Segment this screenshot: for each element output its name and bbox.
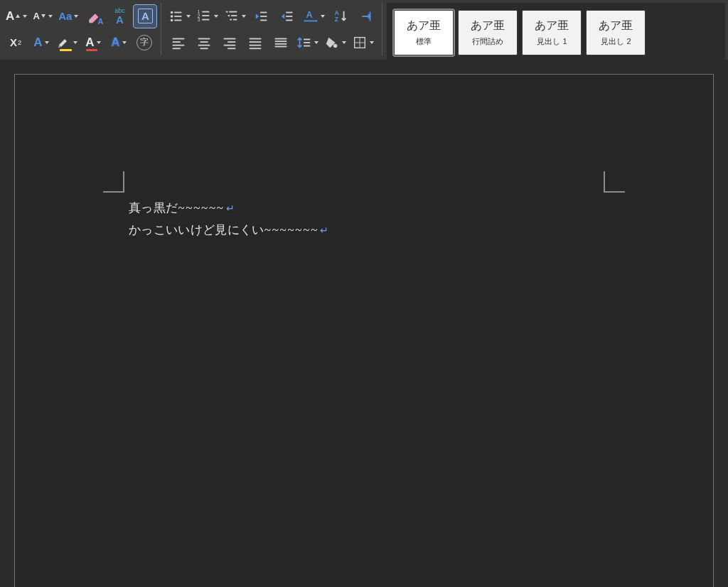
indent-decrease-icon xyxy=(254,9,269,24)
sort-icon: AZ xyxy=(333,9,348,24)
crop-mark-top-right xyxy=(604,171,625,193)
svg-rect-28 xyxy=(173,38,185,39)
svg-rect-11 xyxy=(203,18,210,20)
increase-indent-button[interactable] xyxy=(276,5,299,28)
svg-rect-3 xyxy=(175,16,182,17)
svg-rect-25 xyxy=(305,20,317,21)
svg-rect-23 xyxy=(287,19,293,21)
multilevel-icon xyxy=(224,9,240,24)
svg-text:3: 3 xyxy=(198,17,200,22)
superscript-button[interactable]: X 2 xyxy=(4,31,27,54)
distribute-button[interactable] xyxy=(269,31,292,54)
svg-rect-32 xyxy=(198,38,210,39)
bullets-icon xyxy=(168,9,184,24)
document-text[interactable]: 真っ黒だ~~~~~~↵ かっこいいけど見にくい~~~~~~~↵ xyxy=(129,197,606,242)
font-color2-button[interactable]: A xyxy=(82,31,105,54)
svg-rect-47 xyxy=(275,45,287,47)
svg-rect-21 xyxy=(287,11,293,13)
sort-button[interactable]: AZ xyxy=(329,5,352,28)
svg-rect-50 xyxy=(304,45,311,46)
justify-button[interactable] xyxy=(244,31,267,54)
line-spacing-button[interactable] xyxy=(295,31,320,54)
svg-rect-15 xyxy=(232,15,237,16)
enclose-characters-button[interactable]: 字 xyxy=(133,31,156,54)
svg-text:Z: Z xyxy=(335,16,338,23)
font-color-button[interactable]: A xyxy=(30,31,53,54)
numbering-button[interactable]: 123 xyxy=(195,5,220,28)
svg-rect-14 xyxy=(228,15,230,16)
svg-rect-33 xyxy=(200,41,208,43)
align-left-button[interactable] xyxy=(167,31,190,54)
svg-rect-48 xyxy=(304,38,311,40)
indent-increase-icon xyxy=(279,9,295,24)
decrease-indent-button[interactable] xyxy=(250,5,273,28)
svg-rect-13 xyxy=(230,11,237,12)
style-card-nospacing[interactable]: あア亜 行間詰め xyxy=(458,10,518,55)
line-spacing-icon xyxy=(296,35,312,50)
character-border-button[interactable]: A xyxy=(134,5,156,28)
svg-rect-1 xyxy=(175,11,182,13)
svg-point-51 xyxy=(333,43,338,48)
text-highlight-button[interactable] xyxy=(55,31,79,54)
char-spacing-icon: A xyxy=(303,9,318,24)
svg-rect-39 xyxy=(228,48,236,49)
svg-rect-44 xyxy=(275,38,287,39)
svg-rect-30 xyxy=(173,44,185,45)
grow-font-button[interactable]: A xyxy=(4,5,28,28)
svg-rect-45 xyxy=(275,41,287,42)
character-spacing-button[interactable]: A xyxy=(301,5,326,28)
style-card-heading1[interactable]: あア亜 見出し 1 xyxy=(522,10,582,55)
svg-rect-40 xyxy=(250,38,262,39)
svg-rect-38 xyxy=(224,44,236,45)
svg-rect-20 xyxy=(261,19,267,21)
svg-point-2 xyxy=(171,15,173,18)
bullets-button[interactable] xyxy=(167,5,192,28)
align-left-icon xyxy=(171,35,186,50)
paragraph-group: 123 A AZ xyxy=(166,3,382,55)
svg-rect-16 xyxy=(230,18,232,20)
svg-rect-31 xyxy=(173,48,181,49)
highlighter-icon xyxy=(57,36,71,49)
distribute-icon xyxy=(273,35,289,50)
svg-point-4 xyxy=(171,18,173,21)
style-card-heading2[interactable]: あア亜 見出し 2 xyxy=(586,10,646,55)
svg-rect-29 xyxy=(173,41,181,43)
shrink-font-button[interactable]: A xyxy=(31,5,54,28)
svg-rect-17 xyxy=(233,18,237,20)
svg-rect-42 xyxy=(250,44,262,45)
clear-formatting-button[interactable]: A xyxy=(82,5,105,28)
multilevel-list-button[interactable] xyxy=(223,5,247,28)
svg-rect-19 xyxy=(261,16,267,17)
document-line[interactable]: かっこいいけど見にくい~~~~~~~↵ xyxy=(129,219,606,241)
svg-rect-9 xyxy=(203,15,210,16)
align-right-icon xyxy=(222,35,237,50)
crop-mark-top-left xyxy=(103,171,124,193)
change-case-button[interactable]: Aa xyxy=(57,5,80,28)
style-card-normal[interactable]: あア亜 標準 xyxy=(394,10,454,55)
svg-rect-34 xyxy=(198,44,210,45)
justify-icon xyxy=(247,35,263,50)
show-formatting-marks-button[interactable] xyxy=(355,5,378,28)
svg-rect-7 xyxy=(203,11,210,12)
document-page[interactable]: 真っ黒だ~~~~~~↵ かっこいいけど見にくい~~~~~~~↵ xyxy=(14,74,714,587)
document-line[interactable]: 真っ黒だ~~~~~~↵ xyxy=(129,197,606,219)
svg-rect-5 xyxy=(175,19,182,21)
svg-rect-18 xyxy=(261,11,267,13)
document-area: 真っ黒だ~~~~~~↵ かっこいいけど見にくい~~~~~~~↵ xyxy=(0,60,728,587)
svg-rect-36 xyxy=(224,38,236,39)
styles-gallery: あア亜 標準 あア亜 行間詰め あア亜 見出し 1 あア亜 見出し 2 xyxy=(387,3,725,63)
text-effects-button[interactable]: A xyxy=(107,31,130,54)
align-center-button[interactable] xyxy=(193,31,215,54)
show-marks-icon xyxy=(358,9,374,24)
align-center-icon xyxy=(196,35,212,50)
down-arrow-icon xyxy=(41,14,46,19)
svg-rect-37 xyxy=(228,41,236,43)
svg-text:A: A xyxy=(306,9,313,19)
align-right-button[interactable] xyxy=(218,31,241,54)
svg-rect-35 xyxy=(200,48,208,49)
phonetic-guide-button[interactable]: abc A xyxy=(108,5,131,28)
shading-button[interactable] xyxy=(323,31,348,54)
borders-button[interactable] xyxy=(350,31,375,54)
ribbon-toolbar: A A Aa A abc xyxy=(0,0,728,60)
up-arrow-icon xyxy=(15,14,21,19)
